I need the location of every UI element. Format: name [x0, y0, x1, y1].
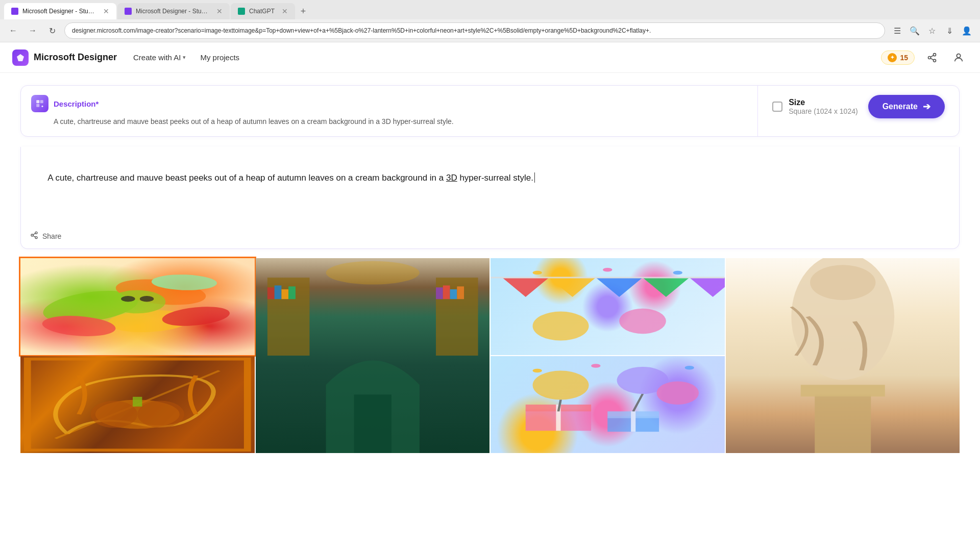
svg-point-52 [810, 265, 875, 300]
create-with-ai-menu[interactable]: Create with AI ▾ [127, 50, 192, 65]
svg-point-56 [137, 400, 184, 428]
tab-label-3: ChatGPT [249, 8, 275, 15]
size-generate-section: Size Square (1024 x 1024) Generate ➔ [758, 86, 959, 128]
svg-rect-8 [36, 100, 39, 103]
tab-label-1: Microsoft Designer - Stunning [22, 8, 96, 15]
zoom-icon[interactable]: 🔍 [908, 23, 922, 38]
address-text: designer.microsoft.com/image-creator?sce… [72, 27, 651, 34]
extensions-icon[interactable]: ☰ [890, 23, 904, 38]
chevron-down-icon: ▾ [183, 54, 186, 61]
bookmark-icon[interactable]: ☆ [925, 23, 939, 38]
tab-close-1[interactable]: ✕ [103, 7, 109, 15]
address-bar[interactable]: designer.microsoft.com/image-creator?sce… [64, 22, 885, 39]
images-section [20, 258, 960, 453]
svg-point-2 [934, 53, 936, 56]
tab-favicon-2 [125, 8, 132, 15]
svg-point-14 [35, 237, 37, 239]
image-cell-autumn-leaves[interactable] [20, 258, 255, 355]
svg-point-69 [533, 369, 542, 373]
my-projects-label: My projects [200, 53, 239, 62]
svg-point-55 [91, 400, 138, 428]
new-tab-button[interactable]: + [296, 4, 310, 18]
svg-point-44 [533, 271, 542, 275]
svg-line-68 [633, 394, 643, 411]
logo-text: Microsoft Designer [34, 52, 117, 63]
svg-marker-39 [549, 278, 596, 297]
logo-area: Microsoft Designer [12, 49, 117, 66]
description-section: ✦ Description* A cute, chartreuse and ma… [21, 86, 758, 136]
tab-bar: Microsoft Designer - Stunning ✕ Microsof… [0, 0, 980, 19]
my-projects-menu[interactable]: My projects [194, 50, 246, 65]
logo-icon [12, 49, 29, 66]
size-info: Size Square (1024 x 1024) [789, 98, 857, 115]
tab-label-2: Microsoft Designer - Stunning [136, 8, 209, 15]
prompt-text-area[interactable]: A cute, chartreuse and mauve beast peeks… [20, 147, 960, 249]
size-checkbox[interactable] [772, 102, 782, 112]
main-content: ✦ Description* A cute, chartreuse and ma… [0, 73, 980, 465]
image-cell-library[interactable] [256, 258, 490, 453]
size-section: Size Square (1024 x 1024) [772, 98, 857, 115]
browser-tab-2[interactable]: Microsoft Designer - Stunning ✕ [117, 3, 230, 19]
svg-rect-49 [815, 394, 871, 453]
svg-point-24 [121, 296, 135, 302]
svg-point-23 [109, 290, 165, 314]
svg-rect-35 [457, 286, 464, 299]
address-bar-row: ← → ↻ designer.microsoft.com/image-creat… [0, 19, 980, 42]
size-value: Square (1024 x 1024) [789, 107, 857, 115]
svg-point-45 [603, 268, 612, 272]
downloads-icon[interactable]: ⇓ [942, 23, 957, 38]
svg-point-47 [533, 312, 589, 341]
svg-point-3 [928, 56, 931, 59]
svg-line-15 [33, 236, 36, 237]
image-cell-party2[interactable] [491, 356, 725, 453]
party2-image [491, 356, 725, 453]
svg-rect-29 [274, 285, 281, 299]
coins-badge[interactable]: ✦ 15 [881, 51, 915, 65]
tab-close-3[interactable]: ✕ [282, 7, 288, 15]
profile-icon[interactable]: 👤 [960, 23, 974, 38]
description-card: ✦ Description* A cute, chartreuse and ma… [20, 85, 960, 137]
svg-point-12 [35, 232, 37, 234]
tab-favicon-1 [11, 8, 18, 15]
prompt-text-underline: 3D [446, 173, 457, 183]
svg-marker-41 [643, 278, 690, 297]
party-image [491, 258, 725, 355]
svg-point-66 [657, 381, 699, 405]
image-cell-statue[interactable] [726, 258, 960, 453]
user-account-button[interactable] [949, 48, 968, 67]
svg-line-5 [930, 58, 934, 60]
prompt-text-after: hyper-surreal style. [457, 173, 533, 183]
svg-rect-30 [281, 289, 288, 299]
prompt-text-before-underline: A cute, chartreuse and mauve beast peeks… [47, 173, 446, 183]
svg-point-70 [591, 364, 600, 368]
svg-rect-50 [800, 385, 885, 396]
toolbar-icons: ☰ 🔍 ☆ ⇓ 👤 [890, 23, 974, 38]
share-icon-button[interactable] [923, 48, 941, 67]
prompt-text: A cute, chartreuse and mauve beast peeks… [33, 157, 947, 199]
forward-button[interactable]: → [26, 23, 40, 38]
svg-point-1 [19, 56, 22, 59]
generate-label: Generate [883, 102, 918, 111]
image-cell-art[interactable] [20, 356, 255, 453]
generate-button[interactable]: Generate ➔ [868, 95, 945, 118]
share-icon [30, 231, 38, 241]
svg-rect-28 [267, 287, 274, 299]
back-button[interactable]: ← [6, 23, 20, 38]
description-label-row: ✦ Description* [31, 95, 747, 112]
svg-rect-33 [443, 285, 450, 299]
refresh-button[interactable]: ↻ [45, 23, 59, 38]
description-label: Description* [54, 99, 99, 108]
browser-tab-1[interactable]: Microsoft Designer - Stunning ✕ [4, 3, 116, 19]
browser-tab-3[interactable]: ChatGPT ✕ [231, 3, 295, 19]
svg-rect-31 [288, 286, 296, 299]
tab-close-2[interactable]: ✕ [216, 7, 223, 15]
share-row[interactable]: Share [30, 231, 61, 241]
svg-point-25 [140, 296, 154, 302]
arrow-right-icon: ➔ [923, 101, 930, 112]
image-cell-party[interactable] [491, 258, 725, 355]
app-header: Microsoft Designer Create with AI ▾ My p… [0, 42, 980, 73]
svg-line-6 [930, 55, 934, 57]
svg-rect-57 [133, 397, 142, 407]
coins-count: 15 [900, 54, 908, 62]
svg-marker-40 [596, 278, 643, 297]
